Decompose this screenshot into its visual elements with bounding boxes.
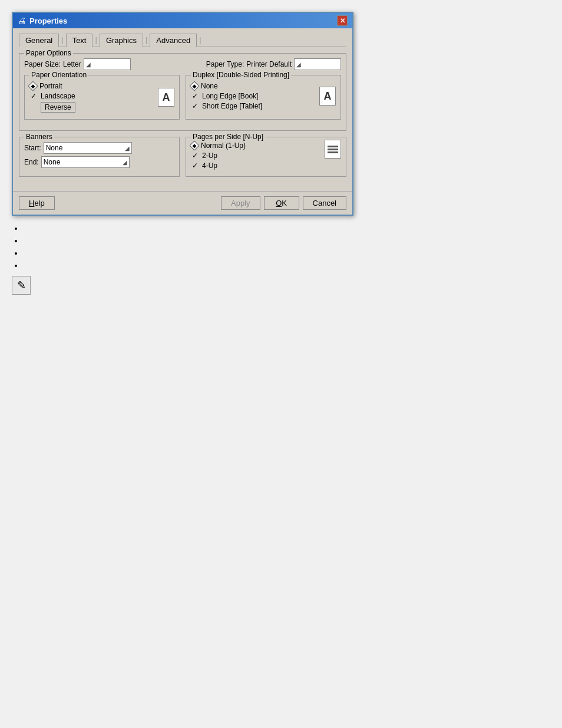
banner-end-arrow: ◢ [123, 159, 127, 166]
titlebar: 🖨 Properties ✕ [13, 13, 352, 28]
nup-2up-label: 2-Up [202, 151, 217, 160]
duplex-short-row[interactable]: ✓ Short Edge [Tablet] [191, 102, 315, 110]
tab-general[interactable]: General [19, 34, 59, 47]
pages-icon-line3 [328, 151, 338, 153]
duplex-short-label: Short Edge [Tablet] [202, 102, 262, 110]
duplex-none-row[interactable]: None [191, 82, 315, 90]
bullet-item-1 [24, 224, 550, 233]
landscape-label: Landscape [41, 92, 75, 100]
dialog-footer: Help Apply OK Cancel [13, 191, 352, 215]
duplex-long-label: Long Edge [Book] [202, 92, 258, 100]
help-underline: H [29, 199, 34, 207]
nup-2up-check: ✓ [191, 151, 199, 160]
duplex-icon: A [319, 87, 336, 106]
banner-end-row: End: None ◢ [24, 156, 174, 168]
bullet-item-3 [24, 249, 550, 258]
nup-2up-row[interactable]: ✓ 2-Up [191, 151, 320, 160]
duplex-none-radio[interactable] [190, 81, 200, 91]
paper-size-dropdown[interactable]: ◢ [84, 58, 131, 70]
tab-graphics[interactable]: Graphics [100, 34, 143, 47]
paper-type-value: Printer Default [246, 60, 292, 68]
banner-start-dropdown[interactable]: None ◢ [44, 142, 132, 154]
paper-type-dropdown[interactable]: ◢ [294, 58, 341, 70]
apply-button[interactable]: Apply [221, 196, 260, 210]
paper-options-group: Paper Options Paper Size: Letter ◢ Paper… [19, 53, 346, 131]
nup-4up-row[interactable]: ✓ 4-Up [191, 162, 320, 170]
lower-section: Banners Start: None ◢ End: None ◢ [19, 137, 346, 183]
duplex-short-check: ✓ [191, 102, 199, 110]
tab-bar: General | Text | Graphics | Advanced | [19, 33, 346, 47]
edit-icon[interactable]: ✎ [12, 276, 31, 295]
banner-start-row: Start: None ◢ [24, 142, 174, 154]
landscape-check: ✓ [29, 92, 38, 100]
nup-4up-label: 4-Up [202, 162, 217, 170]
duplex-label: Duplex [Double-Sided Printing] [191, 71, 291, 79]
pages-per-side-label: Pages per Side [N-Up] [191, 133, 265, 141]
cancel-button[interactable]: Cancel [303, 196, 346, 210]
bullet-list [12, 224, 550, 270]
duplex-long-row[interactable]: ✓ Long Edge [Book] [191, 92, 315, 100]
nup-normal-label: Normal (1-Up) [201, 141, 246, 150]
nup-4up-check: ✓ [191, 162, 199, 170]
duplex-group: Duplex [Double-Sided Printing] None ✓ Lo… [186, 75, 341, 120]
nup-normal-radio[interactable] [190, 141, 200, 151]
paper-orientation-label: Paper Orientation [29, 71, 88, 79]
paper-size-group: Paper Size: Letter ◢ [24, 58, 131, 70]
banner-end-label: End: [24, 158, 39, 166]
paper-type-label: Paper Type: [206, 60, 244, 68]
banners-label: Banners [24, 133, 54, 141]
pages-icon-line1 [328, 146, 338, 147]
properties-dialog: 🖨 Properties ✕ General | Text | Graphics… [12, 12, 353, 216]
orientation-icon: A [158, 88, 174, 107]
duplex-long-check: ✓ [191, 92, 199, 100]
banner-start-value: None [46, 144, 63, 152]
portrait-radio-row[interactable]: Portrait [29, 82, 153, 90]
nup-normal-row[interactable]: Normal (1-Up) [191, 141, 320, 150]
dialog-title: Properties [29, 17, 67, 25]
ok-label-rest: K [282, 199, 287, 207]
pages-icon [325, 140, 341, 159]
duplex-none-label: None [201, 82, 218, 90]
paper-type-group: Paper Type: Printer Default ◢ [206, 58, 341, 70]
help-button[interactable]: Help [19, 196, 55, 210]
dialog-body: General | Text | Graphics | Advanced | P… [13, 28, 352, 189]
banner-start-arrow: ◢ [125, 145, 130, 151]
banner-end-value: None [44, 158, 61, 166]
paper-options-row: Paper Size: Letter ◢ Paper Type: Printer… [24, 58, 341, 70]
ok-button[interactable]: OK [264, 196, 299, 210]
paper-type-arrow: ◢ [296, 61, 301, 68]
help-label-rest: elp [34, 199, 44, 207]
reverse-button[interactable]: Reverse [41, 102, 75, 113]
portrait-radio[interactable] [28, 81, 38, 91]
paper-size-arrow: ◢ [86, 61, 91, 68]
landscape-radio-row[interactable]: ✓ Landscape [29, 92, 153, 100]
banners-group: Banners Start: None ◢ End: None ◢ [19, 137, 180, 177]
paper-options-label: Paper Options [24, 49, 73, 57]
footer-buttons: Apply OK Cancel [221, 196, 346, 210]
tab-advanced[interactable]: Advanced [150, 34, 197, 47]
paper-size-label: Paper Size: [24, 60, 61, 68]
pages-per-side-group: Pages per Side [N-Up] Normal (1-Up) ✓ 2-… [186, 137, 346, 177]
tab-text[interactable]: Text [66, 34, 93, 47]
pages-icon-line2 [328, 149, 338, 150]
paper-orientation-group: Paper Orientation Portrait ✓ Landscape [24, 75, 180, 120]
ok-underline: O [276, 199, 282, 207]
paper-size-value: Letter [63, 60, 81, 68]
banner-start-label: Start: [24, 144, 41, 152]
close-button[interactable]: ✕ [337, 15, 348, 26]
title-icon: 🖨 [18, 16, 26, 25]
reverse-radio-row[interactable]: Reverse [29, 102, 153, 113]
bullet-item-2 [24, 236, 550, 245]
bullet-item-4 [24, 261, 550, 270]
portrait-label: Portrait [39, 82, 62, 90]
banner-end-dropdown[interactable]: None ◢ [41, 156, 130, 168]
